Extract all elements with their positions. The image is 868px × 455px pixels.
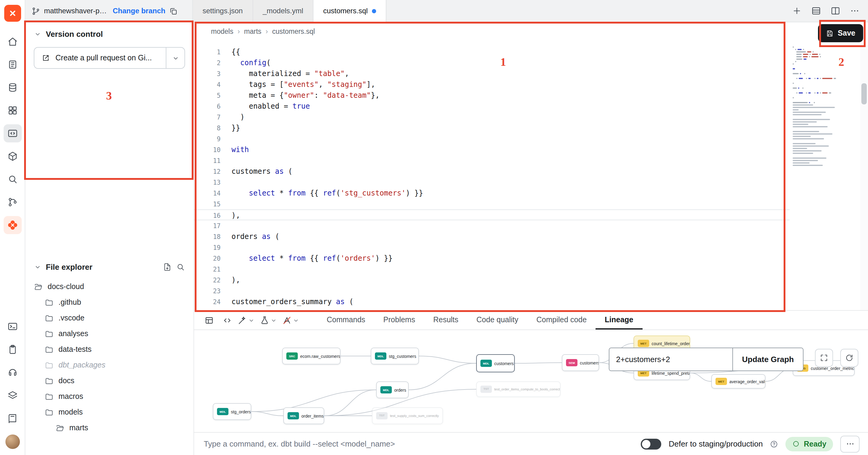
panel-tab-lineage[interactable]: Lineage: [596, 311, 643, 330]
lint-fix-tool[interactable]: [282, 315, 300, 325]
dbt-mark-icon[interactable]: [3, 216, 22, 234]
new-file-icon[interactable]: [163, 262, 172, 272]
update-graph-button[interactable]: Update Graph: [733, 348, 803, 371]
chevron-down-icon[interactable]: [292, 316, 300, 324]
database-icon[interactable]: [3, 79, 22, 96]
panel-tab-problems[interactable]: Problems: [374, 311, 424, 330]
table-icon[interactable]: [201, 313, 217, 328]
overflow-menu-icon[interactable]: [850, 6, 860, 16]
breadcrumb-item[interactable]: marts: [244, 28, 261, 35]
folder-open-icon: [34, 282, 43, 291]
user-avatar[interactable]: [5, 434, 20, 449]
breadcrumb-item[interactable]: customers.sql: [272, 28, 315, 35]
chevron-down-icon[interactable]: [248, 316, 255, 324]
scrollbar-thumb[interactable]: [861, 83, 867, 105]
lineage-fullscreen-button[interactable]: [815, 349, 833, 367]
code-line-2: 2 config(: [194, 57, 789, 68]
version-control-header[interactable]: Version control: [25, 22, 193, 44]
save-icon: [826, 29, 834, 37]
code-editor[interactable]: 1{{2 config(3 materialized = "table",4 t…: [194, 47, 789, 310]
create-pr-main[interactable]: Create a pull request on Gi...: [34, 48, 166, 68]
panel-tab-code-quality[interactable]: Code quality: [467, 311, 527, 330]
lineage-selector-input[interactable]: [610, 348, 733, 371]
change-branch-link[interactable]: Change branch: [113, 7, 165, 15]
orchestration-icon[interactable]: [3, 147, 22, 165]
save-button[interactable]: Save: [818, 24, 863, 42]
tree-item-dbt_packages[interactable]: dbt_packages: [25, 357, 193, 373]
tree-item-data-tests[interactable]: data-tests: [25, 342, 193, 357]
lineage-node-order_items[interactable]: MDLorder_items: [283, 407, 324, 424]
home-icon[interactable]: [3, 33, 22, 51]
lineage-canvas[interactable]: SRCecom.raw_customersMDLstg_customersMDL…: [194, 330, 868, 432]
lineage-node-raw_customers[interactable]: SRCecom.raw_customers: [282, 348, 341, 365]
breadcrumb: models›marts›customers.sql: [211, 28, 315, 35]
notebook-icon[interactable]: [3, 56, 22, 74]
compare-branch-icon[interactable]: [3, 193, 22, 211]
left-panel: Version control Create a pull request on…: [25, 22, 194, 455]
tree-item-marts[interactable]: marts: [25, 420, 193, 436]
tree-item-.vscode[interactable]: .vscode: [25, 310, 193, 326]
tab-_models.yml[interactable]: _models.yml: [253, 0, 313, 22]
tree-item-models[interactable]: models: [25, 404, 193, 420]
icon-rail: [0, 0, 25, 455]
lineage-refresh-button[interactable]: [840, 349, 858, 367]
code-line-15: 15: [194, 199, 789, 209]
tree-item-docs[interactable]: docs: [25, 373, 193, 389]
clipboard-icon[interactable]: [3, 340, 22, 359]
tab-settings.json[interactable]: settings.json: [193, 0, 253, 22]
breadcrumb-item[interactable]: models: [211, 28, 233, 35]
new-tab-icon[interactable]: [792, 6, 802, 16]
code-tag-icon[interactable]: [219, 313, 235, 328]
lineage-node-customers_sem[interactable]: SEMcustomers: [562, 354, 599, 371]
lineage-node-test_order_items[interactable]: TSTtest_order_items_compute_to_bools_cor…: [476, 381, 561, 397]
test-tool[interactable]: [260, 315, 277, 325]
tab-customers.sql[interactable]: customers.sql: [313, 0, 386, 22]
folder-icon: [44, 376, 54, 385]
panel-tab-commands[interactable]: Commands: [318, 311, 374, 330]
search-files-icon[interactable]: [176, 262, 185, 272]
tree-item-analyses[interactable]: analyses: [25, 326, 193, 342]
help-question-icon[interactable]: [770, 439, 778, 448]
terminal-icon[interactable]: [3, 317, 22, 336]
layers-icon[interactable]: [3, 386, 22, 404]
node-badge: MDL: [375, 352, 386, 360]
defer-toggle[interactable]: [641, 438, 661, 449]
panel-tab-compiled-code[interactable]: Compiled code: [527, 311, 596, 330]
node-label: lifetime_spend_pretax: [652, 371, 690, 375]
git-branch-icon: [31, 6, 40, 16]
copy-icon[interactable]: [169, 6, 178, 16]
chevron-down-icon: [34, 263, 41, 271]
node-label: stg_customers: [389, 354, 416, 358]
ready-status-badge[interactable]: Ready: [786, 436, 833, 451]
lineage-node-customers_mdl[interactable]: MDLcustomers: [476, 354, 515, 372]
tree-item-docs-cloud[interactable]: docs-cloud: [25, 279, 193, 294]
support-headset-icon[interactable]: [3, 363, 22, 381]
docs-book-icon[interactable]: [3, 409, 22, 427]
code-line-1: 1{{: [194, 47, 789, 57]
lineage-node-stg_orders[interactable]: MDLstg_orders: [213, 403, 251, 420]
status-overflow-button[interactable]: [840, 435, 860, 452]
topbar-actions: [792, 0, 868, 22]
apps-grid-icon[interactable]: [3, 102, 22, 119]
split-view-icon[interactable]: [831, 6, 840, 16]
lineage-node-stg_customers[interactable]: MDLstg_customers: [371, 348, 419, 365]
chevron-down-icon[interactable]: [270, 316, 277, 324]
file-explorer-header[interactable]: File explorer: [25, 256, 193, 276]
create-pr-caret[interactable]: [166, 48, 184, 68]
format-tool[interactable]: [238, 315, 255, 325]
editor-scrollbar[interactable]: [860, 45, 868, 310]
node-badge: SRC: [286, 352, 298, 360]
tree-item-.github[interactable]: .github: [25, 294, 193, 310]
command-input[interactable]: [203, 439, 634, 449]
lineage-node-orders[interactable]: MDLorders: [376, 381, 409, 398]
lineage-node-average_order_value[interactable]: METaverage_order_value: [711, 374, 766, 389]
develop-ide-icon[interactable]: [3, 124, 22, 142]
panel-rows-icon[interactable]: [811, 6, 821, 16]
node-label: customers: [580, 361, 599, 365]
dbt-logo[interactable]: [4, 5, 21, 22]
explore-search-icon[interactable]: [3, 170, 22, 188]
tree-item-macros[interactable]: macros: [25, 389, 193, 404]
lineage-node-test_supply_costs[interactable]: TSTtest_supply_costs_sum_correctly: [372, 407, 443, 424]
panel-tab-results[interactable]: Results: [424, 311, 467, 330]
editor-minimap[interactable]: [793, 47, 857, 167]
